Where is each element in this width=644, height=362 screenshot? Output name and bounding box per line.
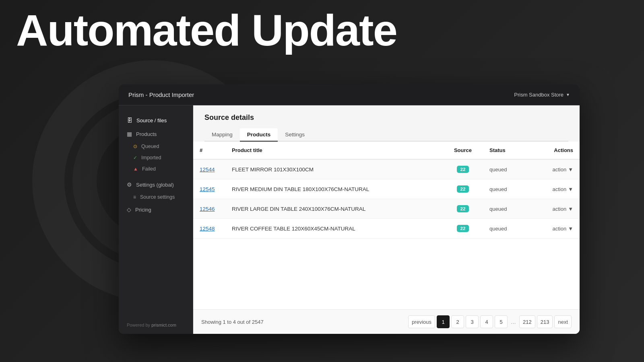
cell-source-2: 22 [443,199,483,219]
col-header-hash: # [193,142,225,159]
pagination-page-5[interactable]: 5 [495,315,508,328]
main-layout: 🗄 Source / files ▦ Products ⊙ Queued ✓ I… [119,105,580,334]
sidebar-label-settings-global: Settings (global) [136,182,174,188]
sidebar-item-failed[interactable]: ▲ Failed [119,163,193,175]
sidebar-footer: Powered by prismict.com [119,323,193,327]
sidebar-item-products[interactable]: ▦ Products [119,127,193,141]
pagination-page-213[interactable]: 213 [537,315,553,328]
prismict-link[interactable]: prismict.com [151,323,176,327]
pagination-info: Showing 1 to 4 out of 2547 [201,319,264,325]
pagination-page-1[interactable]: 1 [437,315,450,328]
cell-id-2: 12546 [193,199,225,219]
sidebar-item-source-files[interactable]: 🗄 Source / files [119,113,193,127]
action-button-3[interactable]: action ▼ [552,226,573,232]
cell-status-0: queued [483,159,531,179]
warning-icon: ▲ [133,166,138,172]
sidebar-label-products: Products [136,131,157,137]
store-name: Prism Sandbox Store [514,92,564,98]
status-label-2: queued [489,206,507,212]
cell-source-3: 22 [443,219,483,239]
sidebar-item-imported[interactable]: ✓ Imported [119,152,193,163]
pagination-dots: … [509,319,518,325]
table-body: 12544 FLEET MIRROR 101X30X100CM 22 queue… [193,159,580,239]
content-area: Source details Mapping Products Settings [193,105,580,334]
source-badge-2: 22 [457,205,469,212]
cell-action-1: action ▼ [531,179,580,199]
pagination-prev[interactable]: previous [408,315,435,328]
queued-icon: ⊙ [133,144,137,149]
pagination-controls: previous 1 2 3 4 5 … 212 213 next [408,315,572,328]
tab-settings[interactable]: Settings [278,128,312,142]
store-selector[interactable]: Prism Sandbox Store ▼ [514,92,570,98]
products-table-wrapper: # Product title Source Status Actions 12… [193,142,580,309]
list-icon: ≡ [133,194,136,200]
products-table: # Product title Source Status Actions 12… [193,142,580,239]
hero-title: Automated Update [16,8,397,52]
action-chevron-icon-1: ▼ [568,186,573,192]
sidebar-item-pricing[interactable]: ◇ Pricing [119,203,193,216]
sidebar-label-source-files: Source / files [136,117,167,123]
sidebar-label-failed: Failed [142,166,156,172]
cell-action-3: action ▼ [531,219,580,239]
cell-id-0: 12544 [193,159,225,179]
action-button-1[interactable]: action ▼ [552,186,573,192]
cell-id-1: 12545 [193,179,225,199]
page-title: Source details [204,113,568,122]
sidebar-item-queued[interactable]: ⊙ Queued [119,141,193,152]
source-badge-1: 22 [457,185,469,193]
action-button-0[interactable]: action ▼ [552,167,573,173]
tab-mapping[interactable]: Mapping [204,128,240,142]
content-header: Source details Mapping Products Settings [193,105,580,142]
title-bar: Prism - Product Importer Prism Sandbox S… [119,84,580,105]
cell-title-1: RIVER MEDIUM DIN TABLE 180X100X76CM-NATU… [225,179,443,199]
cell-source-0: 22 [443,159,483,179]
cell-status-1: queued [483,179,531,199]
table-row: 12545 RIVER MEDIUM DIN TABLE 180X100X76C… [193,179,580,199]
sidebar: 🗄 Source / files ▦ Products ⊙ Queued ✓ I… [119,105,193,334]
cell-id-3: 12548 [193,219,225,239]
cell-status-3: queued [483,219,531,239]
action-chevron-icon-2: ▼ [568,206,573,212]
table-header-row: # Product title Source Status Actions [193,142,580,159]
app-title: Prism - Product Importer [128,91,194,98]
sidebar-label-pricing: Pricing [135,207,151,213]
action-button-2[interactable]: action ▼ [552,206,573,212]
table-row: 12546 RIVER LARGE DIN TABLE 240X100X76CM… [193,199,580,219]
sidebar-label-queued: Queued [141,144,159,149]
tab-products[interactable]: Products [240,128,278,142]
tag-icon: ◇ [127,206,131,213]
pagination-bar: Showing 1 to 4 out of 2547 previous 1 2 … [193,309,580,334]
col-header-source: Source [443,142,483,159]
sidebar-item-settings-global[interactable]: ⚙ Settings (global) [119,178,193,191]
action-chevron-icon-3: ▼ [568,226,573,232]
cell-action-2: action ▼ [531,199,580,219]
cell-title-0: FLEET MIRROR 101X30X100CM [225,159,443,179]
check-icon: ✓ [133,155,137,160]
status-label-1: queued [489,186,507,192]
database-icon: 🗄 [127,117,132,123]
tabs-bar: Mapping Products Settings [204,128,568,142]
status-label-0: queued [489,167,507,173]
pagination-page-3[interactable]: 3 [466,315,479,328]
pagination-page-212[interactable]: 212 [519,315,535,328]
cell-action-0: action ▼ [531,159,580,179]
pagination-page-4[interactable]: 4 [480,315,493,328]
sidebar-item-source-settings[interactable]: ≡ Source settings [119,191,193,203]
cell-source-1: 22 [443,179,483,199]
table-row: 12548 RIVER COFFEE TABLE 120X60X45CM-NAT… [193,219,580,239]
col-header-title: Product title [225,142,443,159]
product-id-link-2[interactable]: 12546 [200,206,215,212]
cell-title-2: RIVER LARGE DIN TABLE 240X100X76CM-NATUR… [225,199,443,219]
sidebar-label-source-settings: Source settings [140,194,175,200]
pagination-page-2[interactable]: 2 [451,315,464,328]
pagination-next[interactable]: next [554,315,572,328]
product-id-link-1[interactable]: 12545 [200,186,215,192]
col-header-actions: Actions [531,142,580,159]
product-id-link-3[interactable]: 12548 [200,226,215,232]
gear-icon: ⚙ [127,181,132,188]
col-header-status: Status [483,142,531,159]
sidebar-label-imported: Imported [141,155,161,160]
action-chevron-icon-0: ▼ [568,167,573,173]
product-id-link-0[interactable]: 12544 [200,167,215,173]
status-label-3: queued [489,226,507,232]
